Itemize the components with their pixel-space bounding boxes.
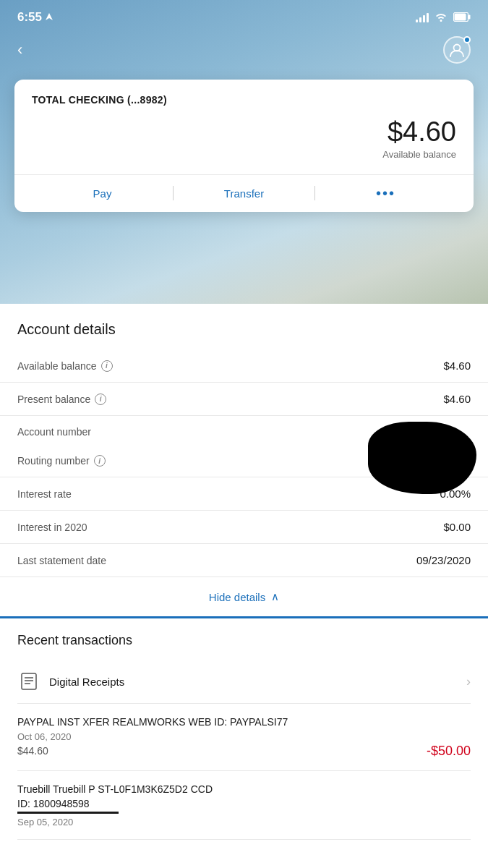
transaction-1-date: Oct 06, 2020 [17, 731, 471, 742]
receipt-icon [17, 670, 40, 693]
more-button[interactable]: ••• [315, 185, 456, 202]
transaction-item-2[interactable]: Truebill Truebill P ST-L0F1M3K6Z5D2 CCD … [17, 771, 471, 841]
transaction-1-title: PAYPAL INST XFER REALMWORKS WEB ID: PAYP… [17, 715, 471, 730]
transaction-1-change: -$50.00 [427, 744, 471, 759]
account-card: TOTAL CHECKING (...8982) $4.60 Available… [14, 80, 474, 212]
detail-row-present-balance: Present balance i $4.60 [0, 383, 488, 416]
interest-rate-label: Interest rate [17, 488, 72, 500]
signal-bar-1 [416, 20, 418, 22]
hide-details-button[interactable]: Hide details ∧ [0, 577, 488, 616]
present-balance-label: Present balance i [17, 393, 106, 405]
wifi-icon [435, 12, 448, 24]
interest-2020-value: $0.00 [443, 521, 471, 533]
svg-rect-3 [455, 13, 466, 20]
detail-row-interest-2020: Interest in 2020 $0.00 [0, 511, 488, 544]
svg-marker-0 [46, 13, 53, 20]
last-statement-label: Last statement date [17, 555, 106, 566]
last-statement-value: 09/23/2020 [416, 554, 471, 566]
signal-bars [416, 12, 429, 22]
battery-icon [453, 12, 471, 24]
status-time: 6:55 [17, 10, 53, 25]
transactions-section: Recent transactions Digital Receipts › [0, 618, 488, 840]
profile-icon-wrapper[interactable] [443, 36, 471, 64]
hero-section: 6:55 [0, 0, 488, 304]
transaction-2-underline [17, 812, 119, 814]
signal-bar-2 [419, 17, 421, 22]
transaction-2-date: Sep 05, 2020 [17, 817, 471, 827]
detail-row-available-balance: Available balance i $4.60 [0, 349, 488, 383]
transaction-item-1[interactable]: PAYPAL INST XFER REALMWORKS WEB ID: PAYP… [17, 704, 471, 771]
signal-bar-3 [423, 15, 425, 22]
back-button[interactable]: ‹ [17, 41, 22, 59]
routing-number-label: Routing number i [17, 455, 106, 467]
phone-wrapper: 6:55 [0, 0, 488, 868]
chevron-right-icon: › [466, 674, 471, 689]
balance-amount: $4.60 [32, 117, 456, 148]
account-details-title: Account details [0, 304, 488, 349]
available-balance-value: $4.60 [443, 359, 471, 372]
main-content: Account details Available balance i $4.6… [0, 304, 488, 840]
transactions-title: Recent transactions [17, 633, 471, 648]
nav-bar: ‹ [0, 30, 488, 72]
digital-receipts-row[interactable]: Digital Receipts › [17, 660, 471, 704]
card-actions: Pay Transfer ••• [32, 175, 456, 212]
digital-receipts-label: Digital Receipts [49, 676, 124, 688]
present-balance-info-icon[interactable]: i [95, 393, 106, 405]
transaction-2-title: Truebill Truebill P ST-L0F1M3K6Z5D2 CCD [17, 783, 471, 797]
routing-number-info-icon[interactable]: i [94, 455, 106, 467]
interest-2020-label: Interest in 2020 [17, 522, 87, 533]
transfer-button[interactable]: Transfer [174, 186, 314, 201]
available-balance-info-icon[interactable]: i [101, 360, 113, 372]
status-icons [416, 12, 471, 24]
available-balance-label: Available balance i [17, 360, 113, 372]
pay-button[interactable]: Pay [32, 186, 173, 201]
profile-notification-dot [463, 36, 471, 43]
svg-rect-5 [22, 673, 36, 689]
hide-details-chevron: ∧ [271, 590, 279, 603]
hide-details-label: Hide details [209, 591, 265, 603]
status-bar: 6:55 [0, 0, 488, 30]
transaction-1-bottom: $44.60 -$50.00 [17, 744, 471, 759]
transaction-2-subtitle: ID: 1800948598 [17, 798, 471, 809]
account-title: TOTAL CHECKING (...8982) [32, 94, 456, 106]
time-display: 6:55 [17, 10, 42, 25]
digital-receipts-left: Digital Receipts [17, 670, 124, 693]
transaction-1-base-amount: $44.60 [17, 745, 48, 757]
navigation-icon [45, 13, 53, 22]
svg-rect-2 [468, 14, 471, 19]
account-number-label: Account number [17, 426, 91, 438]
detail-row-last-statement: Last statement date 09/23/2020 [0, 544, 488, 577]
redacted-rows-container: Account number Routing number i [0, 416, 488, 477]
balance-label: Available balance [32, 149, 456, 160]
redaction-blob [368, 422, 476, 494]
signal-bar-4 [427, 13, 429, 22]
present-balance-value: $4.60 [443, 393, 471, 405]
